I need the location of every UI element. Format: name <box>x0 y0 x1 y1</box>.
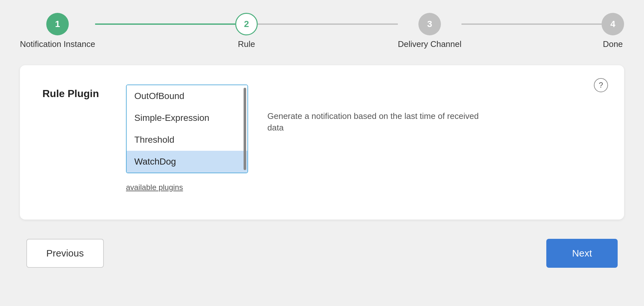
step-3-label: Delivery Channel <box>398 39 461 49</box>
stepper: 1 Notification Instance 2 Rule 3 Deliver… <box>20 13 624 49</box>
connector-3 <box>461 23 602 25</box>
step-2-label: Rule <box>238 39 255 49</box>
available-plugins-link[interactable]: available plugins <box>126 183 248 192</box>
step-1-circle: 1 <box>46 13 69 35</box>
step-3-circle: 3 <box>418 13 441 35</box>
connector-1 <box>95 23 235 25</box>
dropdown-item-outofbound[interactable]: OutOfBound <box>127 85 247 107</box>
step-2-circle: 2 <box>235 13 258 35</box>
previous-button[interactable]: Previous <box>26 239 104 268</box>
step-4-label: Done <box>603 39 623 49</box>
footer: Previous Next <box>20 239 624 268</box>
step-2: 2 Rule <box>235 13 258 49</box>
dropdown-list[interactable]: OutOfBound Simple-Expression Threshold W… <box>126 85 248 173</box>
rule-card: ? Rule Plugin OutOfBound Simple-Expressi… <box>20 65 624 220</box>
description-text: Generate a notification based on the las… <box>267 85 492 134</box>
dropdown-item-simple-expression[interactable]: Simple-Expression <box>127 107 247 129</box>
step-4-circle: 4 <box>602 13 624 35</box>
step-1-label: Notification Instance <box>20 39 95 49</box>
step-3: 3 Delivery Channel <box>398 13 461 49</box>
step-1: 1 Notification Instance <box>20 13 95 49</box>
help-icon[interactable]: ? <box>594 78 608 92</box>
connector-2 <box>258 23 398 25</box>
rule-plugin-label: Rule Plugin <box>42 85 107 100</box>
dropdown-item-threshold[interactable]: Threshold <box>127 129 247 151</box>
card-content: Rule Plugin OutOfBound Simple-Expression… <box>42 85 602 192</box>
dropdown-scrollbar[interactable] <box>244 88 246 170</box>
dropdown-container: OutOfBound Simple-Expression Threshold W… <box>126 85 248 192</box>
step-4: 4 Done <box>602 13 624 49</box>
next-button[interactable]: Next <box>546 239 618 268</box>
dropdown-item-watchdog[interactable]: WatchDog <box>127 151 247 173</box>
